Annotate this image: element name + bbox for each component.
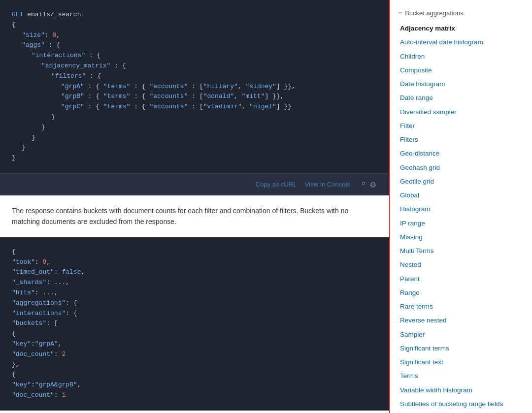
code-line: "buckets": [ [12,318,377,329]
sidebar-item-parent: Parent [390,272,532,286]
sidebar-link-rare-terms[interactable]: Rare terms [400,303,433,310]
view-in-console-link[interactable]: View in Console [305,181,351,188]
code-line-method: GET emails/_search [12,10,377,20]
code-line: { [12,370,377,380]
sidebar-item-global: Global [390,189,532,202]
sidebar-item-children: Children [390,50,532,64]
sidebar-link-geo-distance[interactable]: Geo-distance [400,150,439,157]
sidebar-item-multi-terms: Multi Terms [390,244,532,258]
sidebar-list: Adjacency matrixAuto-interval date histo… [390,22,532,411]
code-line: "key":"grpA", [12,339,377,349]
code-line: } [22,143,377,153]
code-line: } [12,153,377,163]
sidebar-item-sampler: Sampler [390,328,532,342]
sidebar-link-reverse-nested[interactable]: Reverse nested [400,317,447,324]
sidebar-item-diversified-sampler: Diversified sampler [390,105,532,119]
sidebar-link-diversified-sampler[interactable]: Diversified sampler [400,108,457,116]
sidebar-link-subtleties[interactable]: Subtleties of bucketing range fields [400,400,503,408]
sidebar-item-auto-interval: Auto-interval date histogram [390,35,532,49]
description-text: The response contains buckets with docum… [0,195,389,237]
collapse-icon[interactable]: − [398,9,402,17]
code-line: "filters" : { [51,71,377,82]
sidebar-item-rare-terms: Rare terms [390,300,532,314]
code-line: }, [12,360,377,370]
sidebar-item-geo-distance: Geo-distance [390,147,532,160]
sidebar-item-range: Range [390,286,532,300]
sidebar-item-date-histogram: Date histogram [390,77,532,91]
sidebar-link-significant-text[interactable]: Significant text [400,358,443,366]
sidebar-link-significant-terms[interactable]: Significant terms [400,345,449,352]
code-line: { [12,329,377,339]
code-line: "grpA" : { "terms" : { "accounts" : ["hi… [61,82,377,92]
code-line: "timed_out": false, [12,267,377,278]
sidebar-item-histogram: Histogram [390,202,532,216]
sidebar-item-ip-range: IP range [390,217,532,230]
sidebar-item-adjacency-matrix: Adjacency matrix [390,22,532,35]
sidebar-link-date-range[interactable]: Date range [400,94,433,101]
code-line: { [12,20,377,31]
description-content: The response contains buckets with docum… [12,207,348,225]
sidebar-link-parent[interactable]: Parent [400,275,420,283]
settings-button[interactable]: ⚙ [359,179,377,191]
code-line: } [41,123,377,133]
sidebar-link-multi-terms[interactable]: Multi Terms [400,247,434,254]
sidebar-item-geotile-grid: Geotile grid [390,175,532,189]
sidebar-link-auto-interval[interactable]: Auto-interval date histogram [400,38,483,46]
code-line: { [12,247,377,257]
sidebar-item-filters: Filters [390,133,532,147]
sidebar-item-date-range: Date range [390,91,532,105]
sidebar-link-nested[interactable]: Nested [400,261,421,268]
sidebar-item-variable-width: Variable width histogram [390,383,532,397]
code-line: "grpC" : { "terms" : { "accounts" : ["vl… [61,102,377,112]
code-line: "aggregations": { [12,298,377,309]
sidebar-link-geotile-grid[interactable]: Geotile grid [400,178,434,185]
sidebar-link-histogram[interactable]: Histogram [400,205,431,213]
code-line: "interactions": { [12,309,377,319]
sidebar-link-global[interactable]: Global [400,191,419,199]
code-toolbar: Copy as cURL View in Console ⚙ [0,173,389,195]
code-line: "doc_count": 2 [12,349,377,360]
sidebar-item-filter: Filter [390,119,532,133]
sidebar-link-children[interactable]: Children [400,53,425,60]
copy-curl-link[interactable]: Copy as cURL [256,181,297,188]
code-block-2: { "took": 9, "timed_out": false, "_shard… [0,237,389,411]
code-block-1: GET emails/_search { "size": 0, "aggs" :… [0,0,389,173]
endpoint: emails/_search [27,11,81,18]
sidebar-item-terms: Terms [390,369,532,383]
sidebar-item-nested: Nested [390,258,532,272]
right-panel-header: − Bucket aggregations [390,6,532,22]
sidebar-item-significant-text: Significant text [390,355,532,369]
code-line: "size": 0, [22,31,377,41]
code-line: "hits": ..., [12,288,377,298]
bucket-aggregations-label: Bucket aggregations [405,9,464,17]
http-method: GET [12,11,23,18]
sidebar-item-missing: Missing [390,230,532,244]
sidebar-link-ip-range[interactable]: IP range [400,220,425,227]
sidebar-link-variable-width[interactable]: Variable width histogram [400,386,472,394]
left-panel: GET emails/_search { "size": 0, "aggs" :… [0,0,389,413]
sidebar-link-filter[interactable]: Filter [400,122,415,129]
code-line: "key":"grpA&grpB", [12,380,377,390]
sidebar-link-geohash-grid[interactable]: Geohash grid [400,164,440,171]
sidebar-link-adjacency-matrix[interactable]: Adjacency matrix [400,25,455,32]
gear-icon [360,180,367,188]
sidebar-link-terms[interactable]: Terms [400,372,418,380]
code-line: "grpB" : { "terms" : { "accounts" : ["do… [61,92,377,102]
sidebar-item-significant-terms: Significant terms [390,342,532,355]
sidebar-item-geohash-grid: Geohash grid [390,161,532,175]
sidebar-link-range[interactable]: Range [400,289,420,296]
sidebar-link-missing[interactable]: Missing [400,233,423,241]
sidebar-link-composite[interactable]: Composite [400,66,432,74]
sidebar-link-filters[interactable]: Filters [400,136,418,143]
code-line: "interactions" : { [32,51,377,61]
code-line: } [32,133,377,143]
code-line: "aggs" : { [22,40,377,51]
sidebar-item-subtleties: Subtleties of bucketing range fields [390,397,532,411]
code-line: "took": 9, [12,257,377,268]
sidebar-link-sampler[interactable]: Sampler [400,331,425,338]
code-line: "adjacency_matrix" : { [41,61,377,71]
code-line: "doc_count": 1 [12,390,377,401]
code-line: "_shards": ..., [12,278,377,288]
right-panel: − Bucket aggregations Adjacency matrixAu… [389,0,532,413]
sidebar-link-date-histogram[interactable]: Date histogram [400,80,445,88]
